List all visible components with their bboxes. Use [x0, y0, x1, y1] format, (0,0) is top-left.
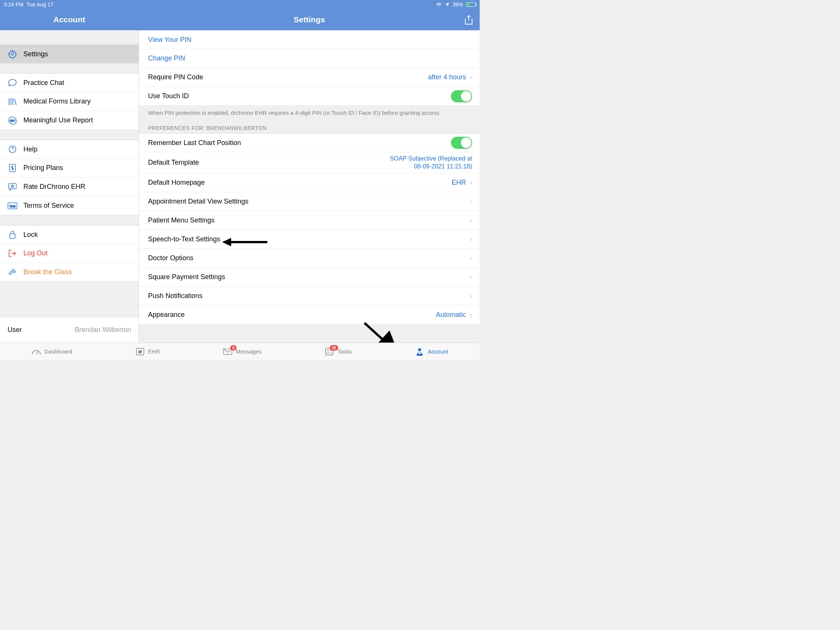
- sidebar-item-help[interactable]: Help: [0, 140, 139, 159]
- share-button[interactable]: [464, 14, 474, 26]
- sidebar-item-label: Rate DrChrono EHR: [24, 183, 85, 191]
- tab-label: Account: [428, 348, 448, 355]
- row-patient-menu[interactable]: Patient Menu Settings ›: [139, 211, 480, 230]
- chevron-right-icon: ›: [470, 235, 472, 243]
- sidebar-item-label: Practice Chat: [24, 79, 64, 87]
- sidebar-item-medical-forms[interactable]: Medical Forms Library: [0, 92, 139, 111]
- row-require-pin[interactable]: Require PIN Code after 4 hours ›: [139, 68, 480, 87]
- svg-text:MU: MU: [10, 119, 15, 122]
- row-appointment-detail[interactable]: Appointment Detail View Settings ›: [139, 192, 480, 211]
- checklist-icon: 36: [324, 347, 334, 356]
- chevron-right-icon: ›: [470, 254, 472, 262]
- battery-percent: 39%: [453, 2, 463, 8]
- dollar-icon: [7, 163, 18, 173]
- tab-bar: Dashboard dr EHR 8 Messages 36 Tasks Acc…: [0, 343, 480, 360]
- sidebar-item-logout[interactable]: Log Out: [0, 244, 139, 263]
- row-square-payment[interactable]: Square Payment Settings ›: [139, 268, 480, 287]
- lock-icon: [7, 230, 18, 240]
- tos-icon: TOS: [7, 201, 18, 211]
- sidebar-item-label: Lock: [24, 231, 38, 239]
- sidebar-item-label: Terms of Service: [24, 202, 74, 210]
- tab-label: Dashboard: [44, 348, 72, 355]
- doctor-person-icon: [415, 347, 425, 356]
- sidebar-item-pricing[interactable]: Pricing Plans: [0, 159, 139, 177]
- preferences-section-header: PREFERENCES FOR: BRENDANWILBERTON: [139, 118, 480, 133]
- user-label: User: [8, 326, 22, 334]
- sidebar-item-rate[interactable]: Rate DrChrono EHR: [0, 177, 139, 196]
- sidebar-item-practice-chat[interactable]: Practice Chat: [0, 73, 139, 92]
- svg-rect-7: [10, 234, 15, 238]
- row-label: Push Notifications: [148, 292, 466, 300]
- row-label: Default Homepage: [148, 178, 452, 186]
- dr-icon: dr: [135, 347, 145, 356]
- logout-icon: [7, 248, 18, 258]
- star-chat-icon: [7, 182, 18, 192]
- battery-icon: [466, 2, 476, 7]
- main-settings-panel: View Your PIN Change PIN Require PIN Cod…: [139, 30, 480, 343]
- row-value: EHR: [452, 178, 466, 186]
- sidebar-item-break-glass[interactable]: Break the Glass: [0, 263, 139, 282]
- help-icon: [7, 144, 18, 154]
- tab-tasks[interactable]: 36 Tasks: [324, 347, 352, 356]
- tab-ehr[interactable]: dr EHR: [135, 347, 160, 356]
- sidebar-user-row[interactable]: User Brendan Wilberton: [0, 317, 139, 343]
- hammer-icon: [7, 267, 18, 277]
- chevron-right-icon: ›: [470, 216, 472, 224]
- row-label: Appearance: [148, 311, 436, 319]
- sidebar-item-label: Pricing Plans: [24, 164, 63, 172]
- row-change-pin[interactable]: Change PIN: [139, 49, 480, 68]
- row-label: Remember Last Chart Position: [148, 139, 451, 147]
- toggle-remember-chart[interactable]: [451, 137, 472, 149]
- chevron-right-icon: ›: [470, 292, 472, 300]
- sidebar-item-label: Log Out: [24, 249, 47, 257]
- svg-rect-14: [418, 353, 421, 354]
- row-label: Doctor Options: [148, 254, 466, 262]
- sidebar-item-label: Medical Forms Library: [24, 98, 91, 105]
- row-appearance[interactable]: Appearance Automatic ›: [139, 306, 480, 324]
- row-doctor-options[interactable]: Doctor Options ›: [139, 249, 480, 268]
- row-label: Default Template: [148, 159, 385, 167]
- tab-dashboard[interactable]: Dashboard: [32, 347, 72, 356]
- sidebar-item-settings[interactable]: Settings: [0, 44, 139, 63]
- tasks-badge: 36: [330, 345, 338, 351]
- tab-label: Messages: [236, 348, 261, 355]
- status-date: Tue Aug 17: [27, 2, 53, 8]
- row-push-notifications[interactable]: Push Notifications ›: [139, 287, 480, 306]
- chevron-right-icon: ›: [470, 73, 472, 81]
- row-value: SOAP Subjective (Replaced at 08-09-2021 …: [385, 155, 472, 171]
- chevron-right-icon: ›: [470, 178, 472, 186]
- row-value: Automatic: [436, 311, 466, 319]
- sidebar-item-lock[interactable]: Lock: [0, 225, 139, 244]
- chevron-right-icon: ›: [470, 273, 472, 281]
- row-label: Appointment Detail View Settings: [148, 197, 466, 205]
- row-remember-chart[interactable]: Remember Last Chart Position: [139, 133, 480, 152]
- sidebar-item-tos[interactable]: TOS Terms of Service: [0, 196, 139, 215]
- row-label: Patient Menu Settings: [148, 216, 466, 224]
- sidebar-item-meaningful-use[interactable]: MU Meaningful Use Report: [0, 111, 139, 130]
- tab-account[interactable]: Account: [415, 347, 448, 356]
- tab-label: Tasks: [337, 348, 352, 355]
- row-touch-id[interactable]: Use Touch ID: [139, 87, 480, 106]
- row-view-pin[interactable]: View Your PIN: [139, 30, 480, 49]
- row-value: after 4 hours: [428, 73, 466, 81]
- chevron-right-icon: ›: [470, 197, 472, 205]
- sidebar: Settings Practice Chat Medical Forms Lib…: [0, 30, 139, 343]
- row-default-template[interactable]: Default Template SOAP Subjective (Replac…: [139, 152, 480, 174]
- tab-messages[interactable]: 8 Messages: [223, 347, 261, 356]
- sidebar-item-label: Help: [24, 145, 37, 153]
- chevron-right-icon: ›: [470, 311, 472, 319]
- svg-text:dr: dr: [138, 349, 142, 354]
- gear-icon: [7, 49, 18, 59]
- row-label: View Your PIN: [148, 36, 472, 44]
- location-icon: [445, 2, 450, 7]
- messages-badge: 8: [231, 345, 237, 351]
- gauge-icon: [32, 347, 41, 356]
- sidebar-item-label: Meaningful Use Report: [24, 116, 93, 124]
- library-icon: [7, 97, 18, 106]
- row-default-homepage[interactable]: Default Homepage EHR ›: [139, 174, 480, 192]
- toggle-touch-id[interactable]: [451, 90, 472, 103]
- title-bar: Account Settings: [0, 9, 480, 30]
- wifi-icon: [436, 2, 442, 7]
- row-speech-to-text[interactable]: Speech-to-Text Settings ›: [139, 230, 480, 249]
- mu-badge-icon: MU: [7, 115, 18, 125]
